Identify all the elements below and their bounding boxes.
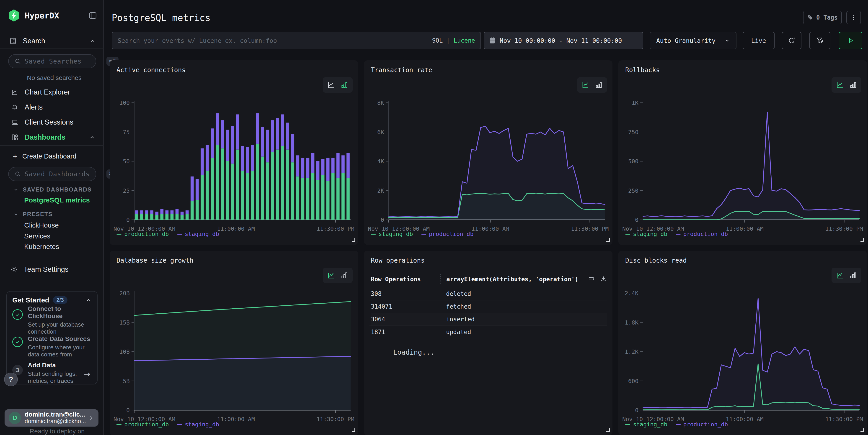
date-range-picker[interactable]: Nov 10 00:00:00 - Nov 11 00:00:00 — [484, 32, 643, 49]
user-menu[interactable]: D dominic.tran@clic... dominic.tran@clic… — [5, 409, 98, 427]
legend-item[interactable]: staging_db — [625, 421, 668, 428]
chart-legend: production_dbstaging_db — [117, 231, 219, 237]
legend-item[interactable]: production_db — [676, 421, 728, 428]
task-subtitle: Start sending logs, metrics, or traces — [28, 370, 85, 384]
run-query-button[interactable] — [839, 32, 862, 49]
chevron-up-icon — [89, 38, 96, 44]
legend-item[interactable]: production_db — [676, 231, 728, 237]
saved-searches-input[interactable] — [25, 55, 106, 68]
sidebar-item-label: Alerts — [25, 103, 43, 111]
table-column-header[interactable]: arrayElement(Attributes, 'operation') — [446, 276, 588, 282]
saved-dashboards-section-header[interactable]: SAVED DASHBOARDS — [13, 186, 92, 193]
create-dashboard-label: Create Dashboard — [22, 153, 76, 160]
svg-text:11:30:00 PM: 11:30:00 PM — [826, 416, 863, 423]
sidebar-item-postgresql-metrics[interactable]: PostgreSQL metrics — [24, 196, 90, 204]
more-options-button[interactable] — [846, 11, 861, 24]
svg-text:1.8K: 1.8K — [625, 319, 639, 326]
bar-chart-icon[interactable] — [849, 80, 858, 89]
event-search-input[interactable] — [118, 37, 432, 44]
sidebar-item-clickhouse[interactable]: ClickHouse — [24, 221, 59, 229]
chevron-up-icon — [86, 297, 92, 303]
filter-button[interactable] — [809, 32, 830, 49]
loading-indicator: Loading... — [393, 348, 434, 356]
saved-searches-search[interactable]: ⌘K — [8, 54, 96, 68]
sidebar-item-client-sessions[interactable]: Client Sessions — [11, 115, 95, 130]
legend-item[interactable]: staging_db — [625, 231, 668, 237]
table-row[interactable]: 1871 updated — [371, 326, 607, 338]
legend-item[interactable]: staging_db — [177, 231, 219, 237]
search-icon — [14, 58, 21, 64]
tags-button[interactable]: 0 Tags — [803, 11, 842, 24]
sidebar-item-chart-explorer[interactable]: Chart Explorer — [11, 85, 95, 100]
resize-handle[interactable] — [606, 238, 610, 242]
collapse-sidebar-icon[interactable] — [88, 11, 97, 20]
get-started-item[interactable]: Add Data Start sending logs, metrics, or… — [28, 362, 85, 384]
line-chart-icon[interactable] — [836, 80, 844, 89]
line-chart-icon[interactable] — [581, 80, 590, 89]
legend-item[interactable]: production_db — [421, 231, 474, 237]
help-button[interactable]: ? — [4, 373, 18, 386]
get-started-item[interactable]: Connect to ClickHouse Set up your databa… — [28, 305, 92, 335]
chart-canvas[interactable]: 1007550250Nov 10 12:00:00 AM11:00:00 AM1… — [113, 99, 355, 236]
line-chart-icon[interactable] — [836, 271, 844, 280]
chevron-down-icon — [724, 38, 730, 43]
chart-canvas[interactable]: 2.4K1.8K1.2K6000Nov 10 12:00:00 AM11:00:… — [622, 290, 863, 426]
bar-chart-icon[interactable] — [340, 80, 349, 89]
table-row[interactable]: 314071 fetched — [371, 300, 607, 313]
sidebar-item-search[interactable]: Search — [9, 34, 96, 48]
saved-dashboards-input[interactable] — [25, 167, 106, 180]
resize-handle[interactable] — [606, 428, 610, 432]
resize-handle[interactable] — [352, 428, 355, 432]
chart-canvas[interactable]: 8K6K4K2K0Nov 10 12:00:00 AM11:00:00 AM11… — [367, 99, 609, 236]
svg-text:2K: 2K — [377, 188, 384, 194]
chart-canvas[interactable]: 1K7505002500Nov 10 12:00:00 AM11:00:00 A… — [622, 99, 863, 236]
presets-section-header[interactable]: PRESETS — [13, 211, 53, 218]
task-title: Create Data Sources — [28, 335, 94, 342]
table-row[interactable]: 3064 inserted — [371, 313, 607, 326]
lucene-mode-toggle[interactable]: Lucene — [454, 37, 475, 44]
section-header-label: PRESETS — [23, 211, 53, 218]
bar-chart-icon[interactable] — [594, 80, 603, 89]
resize-handle[interactable] — [861, 238, 864, 242]
create-dashboard-button[interactable]: + Create Dashboard — [13, 150, 95, 163]
column-resize-handle[interactable] — [440, 274, 441, 284]
dashboards-icon — [11, 133, 19, 141]
sidebar-item-alerts[interactable]: Alerts — [11, 100, 95, 115]
chart-canvas[interactable]: 20B15B10B5B0Nov 10 12:00:00 AM11:00:00 A… — [113, 290, 355, 426]
get-started-item[interactable]: Create Data Sources Configure where your… — [28, 335, 94, 358]
saved-dashboards-search[interactable]: ⌘K — [8, 167, 96, 181]
table-column-header[interactable]: Row Operations — [371, 276, 440, 282]
sidebar-item-team-settings[interactable]: Team Settings — [10, 262, 96, 276]
legend-item[interactable]: staging_db — [177, 421, 219, 428]
bar-chart-icon[interactable] — [340, 271, 349, 280]
sidebar-item-label: Team Settings — [24, 265, 68, 273]
sidebar-item-kubernetes[interactable]: Kubernetes — [24, 243, 59, 250]
chart-type-toggle — [832, 77, 861, 93]
bell-icon — [11, 103, 19, 111]
legend-label: production_db — [124, 231, 169, 237]
resize-handle[interactable] — [861, 428, 864, 432]
no-saved-searches-text: No saved searches — [27, 74, 82, 81]
divider — [0, 145, 104, 146]
legend-item[interactable]: staging_db — [371, 231, 413, 237]
line-chart-icon[interactable] — [327, 80, 336, 89]
line-chart-icon[interactable] — [327, 271, 336, 280]
bar-chart-icon[interactable] — [849, 271, 858, 280]
granularity-select[interactable]: Auto Granularity — [650, 32, 737, 49]
sql-mode-toggle[interactable]: SQL — [432, 37, 443, 44]
sidebar-item-dashboards[interactable]: Dashboards — [11, 130, 95, 145]
autosize-columns-icon[interactable] — [588, 275, 595, 283]
legend-item[interactable]: production_db — [117, 231, 169, 237]
live-button[interactable]: Live — [743, 32, 775, 49]
download-icon[interactable] — [600, 275, 607, 283]
chart-card-active-connections: Active connections 1007550250Nov 10 12:0… — [110, 60, 358, 245]
cell-operation: deleted — [446, 290, 471, 297]
refresh-button[interactable] — [782, 32, 801, 49]
table-row[interactable]: 308 deleted — [371, 288, 607, 300]
get-started-header[interactable]: Get Started 2/3 — [12, 296, 92, 304]
event-search-bar[interactable]: SQL | Lucene — [112, 32, 481, 49]
sidebar-item-services[interactable]: Services — [24, 232, 51, 240]
resize-handle[interactable] — [352, 238, 355, 242]
legend-item[interactable]: production_db — [117, 421, 169, 428]
filter-icon — [816, 36, 824, 45]
